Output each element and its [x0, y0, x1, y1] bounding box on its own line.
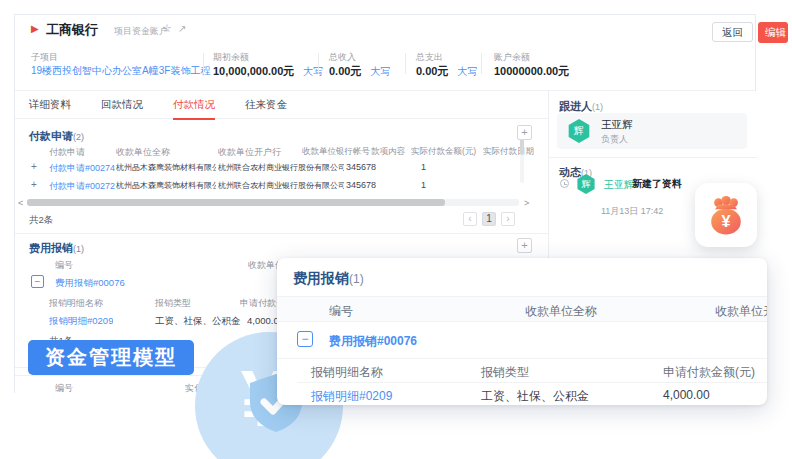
sub-col-header: 报销明细名称: [49, 297, 103, 310]
expense-row-link[interactable]: 费用报销#00076: [55, 277, 125, 290]
page-next-button[interactable]: ›: [501, 212, 515, 226]
followers-title: 跟进人(1): [559, 99, 603, 114]
payment-count: (2): [73, 132, 84, 142]
payment-row-link[interactable]: 付款申请#00272: [49, 180, 115, 193]
summary-label-subproject: 子项目: [31, 51, 58, 64]
col-header: 收款单位全称: [525, 303, 597, 320]
expense-title-text: 费用报销: [29, 242, 73, 254]
h-scroll-thumb[interactable]: [27, 199, 445, 206]
summary-label-balance: 账户余额: [494, 51, 530, 64]
payment-row-payee: 杭州品木森鹰装饰材料有限公司: [116, 162, 216, 173]
expand-icon[interactable]: ↗: [178, 23, 186, 34]
overlay-expense-link[interactable]: 费用报销#00076: [329, 333, 417, 350]
tab-payment[interactable]: 付款情况: [173, 98, 215, 120]
summary-label-opening: 期初余额: [213, 51, 249, 64]
expense-detail-overlay: 费用报销(1) 编号 收款单位全称 收款单位开户行 − 费用报销#00076 报…: [277, 258, 767, 405]
tab-repayment[interactable]: 回款情况: [101, 98, 143, 120]
expend-value: 0.00元大写: [416, 64, 477, 79]
followers-title-text: 跟进人: [559, 100, 592, 112]
scroll-right-arrow[interactable]: >: [524, 198, 529, 208]
tab-details[interactable]: 详细资料: [29, 98, 71, 120]
collapse-row-icon[interactable]: −: [31, 275, 44, 288]
expend-cap-link[interactable]: 大写: [457, 66, 477, 77]
followers-count: (1): [592, 102, 603, 112]
activity-title-text: 动态: [559, 166, 581, 178]
opening-balance-value: 10,000,000.00元大写: [213, 64, 323, 79]
expend-amount: 0.00元: [416, 65, 448, 77]
payment-row-bank: 杭州联合农村商业银行股份有限公司半山支行: [218, 180, 344, 191]
overlay-table-header: 编号 收款单位全称 收款单位开户行: [277, 296, 767, 322]
payment-row-link[interactable]: 付款申请#00274: [49, 162, 115, 175]
sub-col-header: 申请付款金额(元): [663, 364, 755, 381]
opening-balance-amount: 10,000,000.00元: [213, 65, 294, 77]
divider: [549, 157, 757, 158]
collapse-row-icon[interactable]: −: [297, 331, 313, 347]
back-button[interactable]: 返回: [712, 22, 753, 42]
divider: [277, 358, 767, 359]
summary-label-expend: 总支出: [416, 51, 443, 64]
clock-icon: [560, 179, 569, 188]
add-expense-button[interactable]: +: [517, 238, 532, 253]
col-header: 收款单位开户行: [218, 146, 281, 159]
subproject-link[interactable]: 19楼西投创智中心办公室A幢3F装饰工程: [31, 64, 210, 78]
money-bag-widget[interactable]: ¥: [695, 183, 757, 247]
follower-card[interactable]: 辉 王亚辉 负责人: [557, 113, 747, 149]
divider: [405, 53, 406, 74]
col-header: 编号: [55, 259, 73, 272]
page: ▶ 工商银行 项目资金账户 ☆ ↗ 返回 编辑 子项目 19楼西投创智中心办公室…: [0, 0, 792, 459]
payment-row-account: 345678: [346, 180, 376, 190]
expense-section-title: 费用报销(1): [29, 241, 84, 256]
svg-text:¥: ¥: [721, 212, 730, 230]
page-number[interactable]: 1: [482, 212, 496, 226]
page-title: 工商银行: [46, 21, 98, 39]
account-balance-value: 10000000.00元: [494, 64, 569, 79]
overlay-title: 费用报销(1): [293, 270, 364, 288]
tab-bar: 详细资料 回款情况 付款情况 往来资金: [15, 91, 549, 119]
payment-row-content: 1: [421, 180, 426, 190]
col-header: 收款单位全称: [116, 146, 170, 159]
payment-row-content: 1: [421, 162, 426, 172]
expense-count: (1): [73, 244, 84, 254]
expense-detail-link[interactable]: 报销明细#0209: [49, 315, 113, 328]
expand-row-icon[interactable]: +: [31, 161, 37, 172]
divider: [15, 233, 549, 234]
sub-col-header: 报销类型: [481, 364, 529, 381]
divider: [297, 382, 767, 383]
expand-row-icon[interactable]: +: [31, 179, 37, 190]
add-payment-button[interactable]: +: [517, 125, 532, 140]
col-header: 编号: [329, 303, 353, 320]
opening-cap-link[interactable]: 大写: [303, 66, 323, 77]
expense-detail-type: 工资、社保、公积金: [155, 315, 241, 328]
v-scroll-thumb[interactable]: [520, 139, 524, 155]
col-header: 实际付款日期: [483, 146, 534, 158]
income-value: 0.00元大写: [329, 64, 390, 79]
col-header: 编号: [55, 382, 73, 393]
overlay-count: (1): [349, 272, 364, 286]
activity-user: 王亚辉: [604, 178, 634, 192]
overlay-detail-amount: 4,000.00: [663, 388, 710, 402]
scroll-left-arrow[interactable]: <: [18, 198, 23, 208]
h-scrollbar[interactable]: [27, 199, 519, 206]
page-subtitle: 项目资金账户: [114, 25, 168, 38]
page-prev-button[interactable]: ‹: [463, 212, 477, 226]
overlay-detail-type: 工资、社保、公积金: [481, 388, 589, 405]
sub-col-header: 报销类型: [155, 297, 191, 310]
avatar: 辉: [567, 119, 591, 143]
col-header: 收款单位银行帐号: [302, 146, 370, 158]
payment-total: 共2条: [29, 214, 53, 227]
income-amount: 0.00元: [329, 65, 361, 77]
col-header: 付款申请: [49, 146, 85, 159]
edit-button[interactable]: 编辑: [758, 22, 788, 43]
follower-name: 王亚辉: [601, 118, 633, 132]
summary-label-income: 总收入: [329, 51, 356, 64]
v-scrollbar[interactable]: [520, 139, 524, 183]
income-cap-link[interactable]: 大写: [370, 66, 390, 77]
col-header: 收款单位开户行: [715, 303, 767, 320]
col-header: 实际付款金额(元): [411, 146, 476, 158]
tab-funds[interactable]: 往来资金: [245, 98, 287, 120]
overlay-detail-link[interactable]: 报销明细#0209: [311, 388, 392, 405]
sub-col-header: 报销明细名称: [311, 364, 383, 381]
col-header: 款项内容: [371, 146, 405, 158]
divider: [203, 53, 204, 74]
star-icon[interactable]: ☆: [162, 22, 172, 35]
